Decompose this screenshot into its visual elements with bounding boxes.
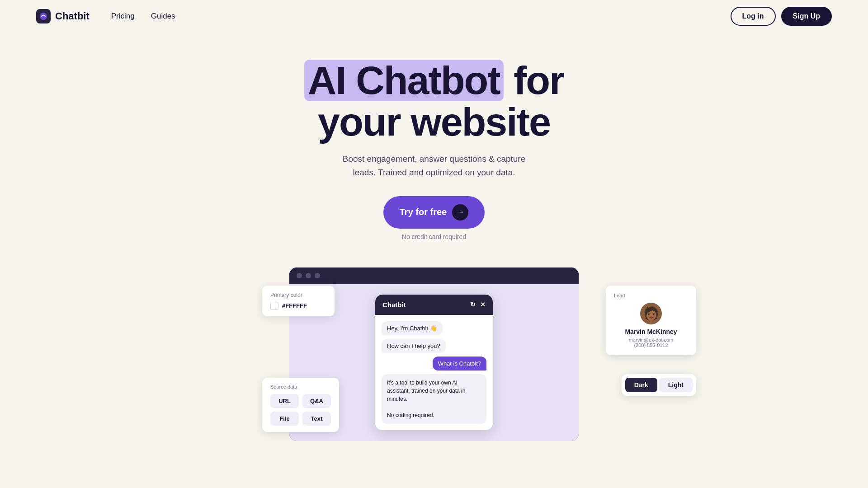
- chat-header: Chatbit ↻ ✕: [375, 295, 493, 315]
- nav-right: Log in Sign Up: [731, 7, 832, 26]
- theme-toggle-card: Dark Light: [622, 374, 696, 396]
- chat-header-icons: ↻ ✕: [470, 301, 486, 308]
- logo-link[interactable]: Chatbit: [36, 9, 90, 23]
- chat-body: Hey, I'm Chatbit 👋 How can I help you? W…: [375, 315, 493, 430]
- color-hex-value: #FFFFFF: [282, 302, 307, 309]
- login-button[interactable]: Log in: [731, 7, 776, 26]
- chat-title: Chatbit: [382, 301, 406, 309]
- nav-links: Pricing Guides: [111, 12, 175, 21]
- hero-cta: Try for free → No credit card required: [9, 196, 859, 240]
- logo-icon: [36, 9, 51, 23]
- swatch-box: [270, 302, 278, 310]
- source-text-button[interactable]: Text: [302, 412, 331, 426]
- source-file-button[interactable]: File: [270, 412, 299, 426]
- demo-section: Source data URL Q&A File Text Primary co…: [0, 258, 868, 441]
- signup-button[interactable]: Sign Up: [781, 7, 832, 26]
- lead-card: Lead 🧑🏾 Marvin McKinney marvin@ex-dot.co…: [606, 286, 696, 355]
- refresh-icon[interactable]: ↻: [470, 301, 476, 308]
- dot-1: [297, 273, 302, 278]
- hero-section: AI Chatbot for your website Boost engage…: [0, 33, 868, 258]
- lead-name: Marvin McKinney: [614, 328, 688, 335]
- lead-email: marvin@ex-dot.com: [614, 337, 688, 343]
- no-credit-card-text: No credit card required: [402, 233, 466, 240]
- bot-greeting-bubble: Hey, I'm Chatbit 👋: [382, 321, 443, 335]
- source-data-card: Source data URL Q&A File Text: [262, 378, 339, 432]
- dot-2: [306, 273, 311, 278]
- source-buttons: URL Q&A File Text: [270, 394, 331, 426]
- dot-3: [315, 273, 320, 278]
- bot-answer-bubble: It's a tool to build your own AI assista…: [382, 374, 486, 424]
- chat-widget: Chatbit ↻ ✕ Hey, I'm Chatbit 👋 How can I…: [375, 295, 493, 430]
- dark-theme-button[interactable]: Dark: [625, 378, 657, 392]
- light-theme-button[interactable]: Light: [659, 378, 693, 392]
- lead-phone: (208) 555-0112: [614, 343, 688, 348]
- bot-help-bubble: How can I help you?: [382, 339, 446, 353]
- lead-avatar: 🧑🏾: [640, 303, 662, 324]
- lead-label: Lead: [614, 293, 688, 298]
- svg-point-1: [40, 13, 47, 20]
- hero-title: AI Chatbot for your website: [9, 60, 859, 143]
- hero-subtitle: Boost engagement, answer questions & cap…: [9, 152, 859, 180]
- arrow-icon: →: [452, 204, 468, 221]
- source-qa-button[interactable]: Q&A: [302, 394, 331, 408]
- logo-text: Chatbit: [55, 10, 90, 22]
- navbar: Chatbit Pricing Guides Log in Sign Up: [0, 0, 868, 33]
- source-url-button[interactable]: URL: [270, 394, 299, 408]
- color-swatch: #FFFFFF: [270, 302, 326, 310]
- close-icon[interactable]: ✕: [480, 301, 486, 308]
- hero-title-highlight: AI Chatbot: [304, 60, 504, 101]
- nav-pricing[interactable]: Pricing: [111, 12, 135, 20]
- browser-bar: [289, 267, 579, 284]
- try-for-free-button[interactable]: Try for free →: [383, 196, 485, 229]
- source-data-label: Source data: [270, 384, 331, 389]
- nav-left: Chatbit Pricing Guides: [36, 9, 175, 23]
- nav-guides[interactable]: Guides: [151, 12, 175, 20]
- user-question-bubble: What is Chatbit?: [433, 357, 486, 371]
- primary-color-label: Primary color: [270, 292, 326, 298]
- primary-color-card: Primary color #FFFFFF: [262, 286, 335, 316]
